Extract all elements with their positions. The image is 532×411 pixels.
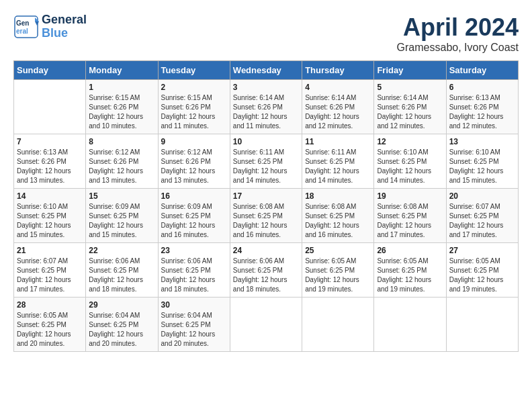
calendar-cell: 28Sunrise: 6:05 AM Sunset: 6:25 PM Dayli… xyxy=(14,298,86,352)
day-info: Sunrise: 6:09 AM Sunset: 6:25 PM Dayligh… xyxy=(161,202,227,240)
page-header: Gen eral General Blue April 2024 Gramess… xyxy=(13,13,519,54)
day-info: Sunrise: 6:07 AM Sunset: 6:25 PM Dayligh… xyxy=(449,202,515,240)
location-title: Gramessabo, Ivory Coast xyxy=(397,42,519,54)
day-info: Sunrise: 6:14 AM Sunset: 6:26 PM Dayligh… xyxy=(305,93,371,131)
logo-general: General xyxy=(42,13,87,27)
week-row-1: 1Sunrise: 6:15 AM Sunset: 6:26 PM Daylig… xyxy=(14,80,519,134)
calendar-cell: 20Sunrise: 6:07 AM Sunset: 6:25 PM Dayli… xyxy=(446,189,518,243)
day-number: 23 xyxy=(161,246,227,255)
day-number: 21 xyxy=(17,246,83,255)
calendar-cell: 4Sunrise: 6:14 AM Sunset: 6:26 PM Daylig… xyxy=(302,80,374,134)
week-row-2: 7Sunrise: 6:13 AM Sunset: 6:26 PM Daylig… xyxy=(14,134,519,189)
calendar-cell: 13Sunrise: 6:10 AM Sunset: 6:25 PM Dayli… xyxy=(446,134,518,189)
calendar-cell xyxy=(302,298,374,352)
calendar-cell xyxy=(446,298,518,352)
calendar-cell: 21Sunrise: 6:07 AM Sunset: 6:25 PM Dayli… xyxy=(14,243,86,298)
svg-text:Gen: Gen xyxy=(16,19,29,27)
day-number: 20 xyxy=(449,191,515,201)
calendar-cell xyxy=(374,298,446,352)
calendar-cell: 3Sunrise: 6:14 AM Sunset: 6:26 PM Daylig… xyxy=(230,80,302,134)
calendar-cell: 15Sunrise: 6:09 AM Sunset: 6:25 PM Dayli… xyxy=(86,189,158,243)
calendar-cell: 26Sunrise: 6:05 AM Sunset: 6:25 PM Dayli… xyxy=(374,243,446,298)
calendar-table: SundayMondayTuesdayWednesdayThursdayFrid… xyxy=(13,60,519,352)
calendar-cell: 25Sunrise: 6:05 AM Sunset: 6:25 PM Dayli… xyxy=(302,243,374,298)
calendar-cell: 17Sunrise: 6:08 AM Sunset: 6:25 PM Dayli… xyxy=(230,189,302,243)
month-title: April 2024 xyxy=(397,13,519,42)
calendar-cell: 10Sunrise: 6:11 AM Sunset: 6:25 PM Dayli… xyxy=(230,134,302,189)
day-number: 3 xyxy=(233,83,299,92)
day-number: 25 xyxy=(305,246,371,255)
day-number: 1 xyxy=(89,83,154,92)
day-header-thursday: Thursday xyxy=(302,61,374,80)
day-info: Sunrise: 6:14 AM Sunset: 6:26 PM Dayligh… xyxy=(377,93,443,131)
day-info: Sunrise: 6:04 AM Sunset: 6:25 PM Dayligh… xyxy=(89,311,154,349)
day-number: 9 xyxy=(161,137,227,146)
calendar-cell: 30Sunrise: 6:04 AM Sunset: 6:25 PM Dayli… xyxy=(158,298,230,352)
day-number: 26 xyxy=(377,246,443,255)
logo: Gen eral General Blue xyxy=(13,13,87,40)
calendar-cell: 22Sunrise: 6:06 AM Sunset: 6:25 PM Dayli… xyxy=(86,243,158,298)
day-number: 10 xyxy=(233,137,299,146)
day-info: Sunrise: 6:08 AM Sunset: 6:25 PM Dayligh… xyxy=(233,202,299,240)
day-info: Sunrise: 6:05 AM Sunset: 6:25 PM Dayligh… xyxy=(305,257,371,294)
title-block: April 2024 Gramessabo, Ivory Coast xyxy=(397,13,519,54)
day-info: Sunrise: 6:06 AM Sunset: 6:25 PM Dayligh… xyxy=(89,257,154,294)
day-info: Sunrise: 6:05 AM Sunset: 6:25 PM Dayligh… xyxy=(377,257,443,294)
day-info: Sunrise: 6:04 AM Sunset: 6:25 PM Dayligh… xyxy=(161,311,227,349)
day-info: Sunrise: 6:05 AM Sunset: 6:25 PM Dayligh… xyxy=(449,257,515,294)
day-info: Sunrise: 6:10 AM Sunset: 6:25 PM Dayligh… xyxy=(377,148,443,185)
calendar-cell: 9Sunrise: 6:12 AM Sunset: 6:26 PM Daylig… xyxy=(158,134,230,189)
calendar-cell: 29Sunrise: 6:04 AM Sunset: 6:25 PM Dayli… xyxy=(86,298,158,352)
day-info: Sunrise: 6:06 AM Sunset: 6:25 PM Dayligh… xyxy=(233,257,299,294)
day-number: 19 xyxy=(377,191,443,201)
day-info: Sunrise: 6:08 AM Sunset: 6:25 PM Dayligh… xyxy=(305,202,371,240)
calendar-cell: 24Sunrise: 6:06 AM Sunset: 6:25 PM Dayli… xyxy=(230,243,302,298)
calendar-cell: 1Sunrise: 6:15 AM Sunset: 6:26 PM Daylig… xyxy=(86,80,158,134)
day-header-friday: Friday xyxy=(374,61,446,80)
day-info: Sunrise: 6:10 AM Sunset: 6:25 PM Dayligh… xyxy=(17,202,83,240)
day-info: Sunrise: 6:15 AM Sunset: 6:26 PM Dayligh… xyxy=(89,93,154,131)
day-header-sunday: Sunday xyxy=(14,61,86,80)
calendar-cell: 8Sunrise: 6:12 AM Sunset: 6:26 PM Daylig… xyxy=(86,134,158,189)
day-number: 17 xyxy=(233,191,299,201)
day-info: Sunrise: 6:10 AM Sunset: 6:25 PM Dayligh… xyxy=(449,148,515,185)
day-info: Sunrise: 6:05 AM Sunset: 6:25 PM Dayligh… xyxy=(17,311,83,349)
calendar-cell: 6Sunrise: 6:13 AM Sunset: 6:26 PM Daylig… xyxy=(446,80,518,134)
day-info: Sunrise: 6:13 AM Sunset: 6:26 PM Dayligh… xyxy=(17,148,83,185)
day-number: 13 xyxy=(449,137,515,146)
day-number: 8 xyxy=(89,137,154,146)
day-info: Sunrise: 6:06 AM Sunset: 6:25 PM Dayligh… xyxy=(161,257,227,294)
day-number: 7 xyxy=(17,137,83,146)
calendar-cell: 2Sunrise: 6:15 AM Sunset: 6:26 PM Daylig… xyxy=(158,80,230,134)
day-info: Sunrise: 6:09 AM Sunset: 6:25 PM Dayligh… xyxy=(89,202,154,240)
day-info: Sunrise: 6:11 AM Sunset: 6:25 PM Dayligh… xyxy=(233,148,299,185)
day-info: Sunrise: 6:15 AM Sunset: 6:26 PM Dayligh… xyxy=(161,93,227,131)
day-info: Sunrise: 6:07 AM Sunset: 6:25 PM Dayligh… xyxy=(17,257,83,294)
week-row-4: 21Sunrise: 6:07 AM Sunset: 6:25 PM Dayli… xyxy=(14,243,519,298)
day-info: Sunrise: 6:14 AM Sunset: 6:26 PM Dayligh… xyxy=(233,93,299,131)
week-row-5: 28Sunrise: 6:05 AM Sunset: 6:25 PM Dayli… xyxy=(14,298,519,352)
day-number: 30 xyxy=(161,300,227,310)
day-info: Sunrise: 6:08 AM Sunset: 6:25 PM Dayligh… xyxy=(377,202,443,240)
calendar-cell: 19Sunrise: 6:08 AM Sunset: 6:25 PM Dayli… xyxy=(374,189,446,243)
day-info: Sunrise: 6:12 AM Sunset: 6:26 PM Dayligh… xyxy=(89,148,154,185)
week-row-3: 14Sunrise: 6:10 AM Sunset: 6:25 PM Dayli… xyxy=(14,189,519,243)
day-number: 16 xyxy=(161,191,227,201)
day-number: 12 xyxy=(377,137,443,146)
day-info: Sunrise: 6:11 AM Sunset: 6:25 PM Dayligh… xyxy=(305,148,371,185)
day-number: 24 xyxy=(233,246,299,255)
calendar-cell: 16Sunrise: 6:09 AM Sunset: 6:25 PM Dayli… xyxy=(158,189,230,243)
day-number: 15 xyxy=(89,191,154,201)
day-number: 14 xyxy=(17,191,83,201)
day-number: 29 xyxy=(89,300,154,310)
calendar-cell: 5Sunrise: 6:14 AM Sunset: 6:26 PM Daylig… xyxy=(374,80,446,134)
calendar-cell: 18Sunrise: 6:08 AM Sunset: 6:25 PM Dayli… xyxy=(302,189,374,243)
svg-text:eral: eral xyxy=(16,28,28,35)
day-header-tuesday: Tuesday xyxy=(158,61,230,80)
day-header-wednesday: Wednesday xyxy=(230,61,302,80)
day-header-saturday: Saturday xyxy=(446,61,518,80)
day-number: 4 xyxy=(305,83,371,92)
calendar-cell: 7Sunrise: 6:13 AM Sunset: 6:26 PM Daylig… xyxy=(14,134,86,189)
day-number: 27 xyxy=(449,246,515,255)
day-number: 18 xyxy=(305,191,371,201)
